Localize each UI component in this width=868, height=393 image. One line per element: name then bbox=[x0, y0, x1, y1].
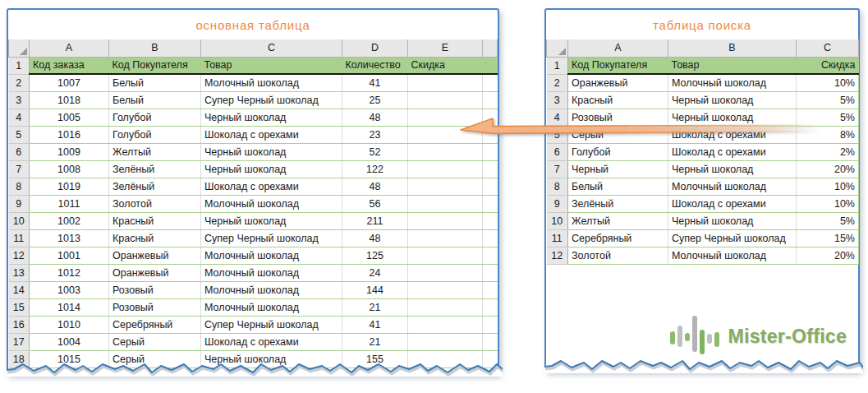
cell[interactable]: Черный шоколад bbox=[668, 160, 797, 178]
row-number[interactable]: 11 bbox=[9, 229, 30, 247]
cell[interactable]: Белый bbox=[568, 178, 668, 195]
cell[interactable]: Голубой bbox=[109, 126, 201, 143]
cell[interactable]: 20% bbox=[797, 160, 859, 178]
cell[interactable] bbox=[408, 281, 483, 298]
column-letter[interactable]: E bbox=[408, 39, 483, 57]
cell[interactable]: Розовый bbox=[109, 281, 201, 298]
cell[interactable]: 48 bbox=[342, 229, 408, 247]
cell[interactable]: 122 bbox=[342, 160, 408, 178]
cell[interactable]: Шоколад с орехами bbox=[201, 178, 342, 195]
row-number[interactable]: 9 bbox=[9, 195, 30, 212]
cell[interactable]: 23 bbox=[342, 126, 408, 143]
table-header-cell[interactable]: Товар bbox=[201, 57, 342, 74]
cell[interactable]: Черный шоколад bbox=[201, 160, 342, 178]
cell[interactable]: Супер Черный шоколад bbox=[201, 229, 342, 247]
row-number[interactable]: 1 bbox=[9, 57, 30, 74]
column-letter[interactable]: A bbox=[568, 39, 668, 57]
cell[interactable] bbox=[408, 247, 483, 264]
cell[interactable]: Молочный шоколад bbox=[201, 298, 342, 316]
row-number[interactable]: 2 bbox=[547, 74, 568, 91]
row-number[interactable]: 12 bbox=[9, 247, 30, 264]
cell[interactable]: Оранжевый bbox=[109, 247, 201, 264]
cell[interactable]: 1008 bbox=[30, 160, 109, 178]
cell[interactable]: Молочный шоколад bbox=[668, 178, 797, 195]
cell[interactable]: Черный шоколад bbox=[668, 91, 797, 109]
cell[interactable] bbox=[408, 178, 483, 195]
cell[interactable]: 1009 bbox=[30, 143, 109, 160]
cell[interactable]: Молочный шоколад bbox=[201, 264, 342, 281]
cell[interactable]: Зелёный bbox=[568, 195, 668, 212]
cell[interactable]: 52 bbox=[342, 143, 408, 160]
column-letter[interactable]: C bbox=[201, 39, 342, 57]
cell[interactable]: Черный шоколад bbox=[668, 212, 797, 229]
cell[interactable]: 21 bbox=[342, 298, 408, 316]
cell[interactable]: Золотой bbox=[568, 247, 668, 264]
cell[interactable]: 1003 bbox=[30, 281, 109, 298]
cell[interactable]: 5% bbox=[797, 91, 859, 109]
row-number[interactable]: 16 bbox=[9, 316, 30, 333]
row-number[interactable]: 18 bbox=[9, 350, 30, 368]
cell[interactable]: Красный bbox=[109, 212, 201, 229]
column-letter[interactable]: D bbox=[342, 39, 408, 57]
column-letter[interactable]: B bbox=[109, 39, 201, 57]
cell[interactable]: Черный шоколад bbox=[201, 109, 342, 126]
cell[interactable]: 155 bbox=[342, 350, 408, 368]
row-number[interactable]: 8 bbox=[547, 178, 568, 195]
cell[interactable]: Черный шоколад bbox=[201, 212, 342, 229]
cell[interactable]: 41 bbox=[342, 316, 408, 333]
cell[interactable]: Молочный шоколад bbox=[201, 281, 342, 298]
row-number[interactable]: 14 bbox=[9, 281, 30, 298]
cell[interactable]: 48 bbox=[342, 178, 408, 195]
cell[interactable] bbox=[408, 264, 483, 281]
table-header-cell[interactable]: Код Покупателя bbox=[568, 57, 668, 74]
cell[interactable] bbox=[408, 350, 483, 368]
cell[interactable]: Красный bbox=[109, 229, 201, 247]
row-number[interactable]: 6 bbox=[9, 143, 30, 160]
cell[interactable]: 1013 bbox=[30, 229, 109, 247]
cell[interactable]: Розовый bbox=[109, 298, 201, 316]
column-letter[interactable]: C bbox=[797, 39, 859, 57]
cell[interactable]: Черный bbox=[568, 160, 668, 178]
cell[interactable]: Молочный шоколад bbox=[201, 74, 342, 91]
cell[interactable]: Черный шоколад bbox=[201, 350, 342, 368]
row-number[interactable]: 3 bbox=[547, 91, 568, 109]
cell[interactable]: 25 bbox=[342, 91, 408, 109]
row-number[interactable]: 13 bbox=[9, 264, 30, 281]
row-number[interactable]: 17 bbox=[9, 333, 30, 350]
cell[interactable]: 21 bbox=[342, 333, 408, 350]
row-number[interactable]: 2 bbox=[9, 74, 30, 91]
cell[interactable]: 10% bbox=[797, 178, 859, 195]
table-header-cell[interactable]: Код заказа bbox=[30, 57, 109, 74]
row-number[interactable]: 10 bbox=[9, 212, 30, 229]
table-header-cell[interactable]: Код Покупателя bbox=[109, 57, 201, 74]
cell[interactable]: 1016 bbox=[30, 126, 109, 143]
cell[interactable]: Серый bbox=[109, 333, 201, 350]
cell[interactable]: 20% bbox=[797, 247, 859, 264]
cell[interactable]: Оранжевый bbox=[109, 264, 201, 281]
cell[interactable]: Золотой bbox=[109, 195, 201, 212]
cell[interactable] bbox=[408, 229, 483, 247]
cell[interactable] bbox=[408, 298, 483, 316]
cell[interactable]: Желтый bbox=[109, 143, 201, 160]
cell[interactable]: 1011 bbox=[30, 195, 109, 212]
cell[interactable]: 48 bbox=[342, 109, 408, 126]
cell[interactable]: Зелёный bbox=[109, 178, 201, 195]
row-number[interactable]: 11 bbox=[547, 229, 568, 247]
cell[interactable]: Серебряный bbox=[568, 229, 668, 247]
row-number[interactable]: 7 bbox=[547, 160, 568, 178]
cell[interactable]: 1015 bbox=[30, 350, 109, 368]
row-number[interactable]: 3 bbox=[9, 91, 30, 109]
row-number[interactable]: 4 bbox=[9, 109, 30, 126]
table-header-cell[interactable]: Скидка bbox=[408, 57, 483, 74]
cell[interactable]: Белый bbox=[109, 74, 201, 91]
cell[interactable] bbox=[408, 316, 483, 333]
cell[interactable]: 1012 bbox=[30, 264, 109, 281]
cell[interactable]: 1005 bbox=[30, 109, 109, 126]
cell[interactable]: 1010 bbox=[30, 316, 109, 333]
table-header-cell[interactable]: Количество bbox=[342, 57, 408, 74]
cell[interactable]: Шоколад с орехами bbox=[201, 333, 342, 350]
cell[interactable]: Молочный шоколад bbox=[668, 74, 797, 91]
row-number[interactable]: 5 bbox=[9, 126, 30, 143]
cell[interactable]: Черный шоколад bbox=[201, 143, 342, 160]
cell[interactable]: 1002 bbox=[30, 212, 109, 229]
